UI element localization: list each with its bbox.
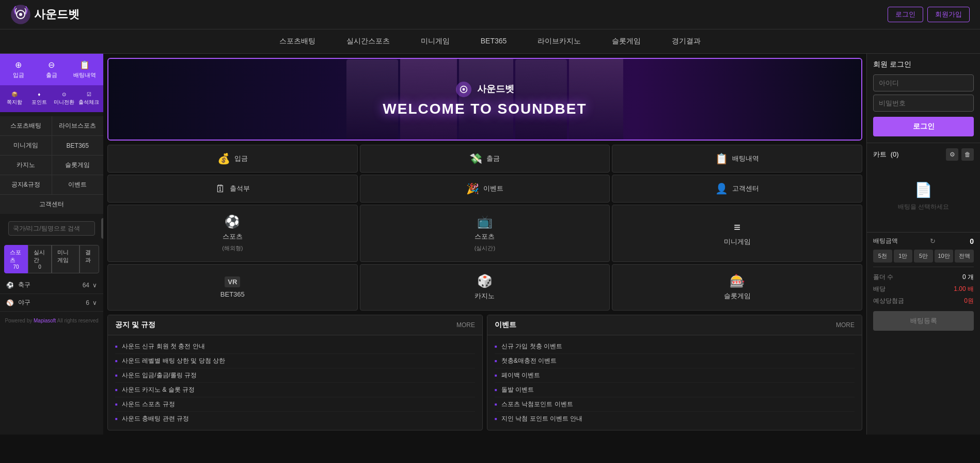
sidebar-menu-event[interactable]: 이벤트 [52, 175, 104, 194]
sidebar-menu-bet365[interactable]: BET365 [52, 136, 104, 155]
password-input[interactable] [873, 95, 974, 112]
sport-baseball[interactable]: ⚾ 야구 6 ∨ [0, 294, 103, 312]
tab-mini-label: 미니게임 [57, 249, 69, 263]
qa-deposit-label: 입금 [234, 154, 248, 163]
bet-100k-btn[interactable]: 10만 [935, 250, 954, 263]
search-input[interactable] [8, 221, 95, 236]
event-item-5[interactable]: 지인 낙첨 포인트 이벤트 안내 [495, 412, 855, 426]
login-section: 회원 로그인 로그인 [867, 54, 980, 143]
sidebar-menu-mini-game[interactable]: 미니게임 [0, 136, 52, 155]
qa-withdraw[interactable]: 💸 출금 [360, 145, 610, 173]
service-grid: ⚽ 스포츠 (해외형) 📺 스포츠 (실시간) ≡ 미니게임 VR BET365… [107, 205, 862, 311]
event-header: 이벤트 MORE [487, 315, 862, 335]
nav-live-casino[interactable]: 라이브카지노 [538, 37, 581, 46]
cart-empty-icon: 📄 [914, 181, 932, 198]
qa-attendance-label: 출석부 [230, 184, 250, 193]
bet-50k-btn[interactable]: 5만 [914, 250, 933, 263]
bet-amount-label: 배팅금액 [873, 237, 898, 245]
notice-item-4[interactable]: 사운드 스포츠 규정 [115, 397, 475, 412]
login-button[interactable]: 로그인 [888, 7, 923, 22]
bet-stats: 폴더 수 0 개 배당 1.00 배 예상당첨금 0원 [873, 267, 974, 307]
sidebar-bet-history-btn[interactable]: 📋 배팅내역 [69, 56, 101, 83]
sidebar-memo-btn[interactable]: 📦 쪽지함 [2, 87, 26, 110]
event-more[interactable]: MORE [836, 321, 855, 329]
cart-empty-text: 배팅을 선택하세요 [898, 203, 949, 211]
sports-live-label: 스포츠 [475, 232, 495, 241]
nav-sports-betting[interactable]: 스포츠배팅 [279, 37, 315, 46]
folder-value: 0 개 [962, 273, 974, 282]
qa-attendance[interactable]: 🗓 출석부 [107, 175, 358, 203]
sidebar-menu-slot[interactable]: 슬롯게임 [52, 156, 104, 175]
bet365-icon: VR [225, 276, 240, 287]
bet-amount-value: 0 [970, 237, 974, 245]
qa-event[interactable]: 🎉 이벤트 [360, 175, 610, 203]
cart-settings-btn[interactable]: ⚙ [946, 148, 958, 161]
event-item-4[interactable]: 스포츠 낙첨포인트 이벤트 [495, 397, 855, 412]
bet-all-btn[interactable]: 전액 [955, 250, 974, 263]
service-slot[interactable]: 🎰 슬롯게임 [612, 264, 862, 311]
sidebar-menu-support[interactable]: 고객센터 [0, 195, 103, 214]
refresh-icon[interactable]: ↻ [930, 237, 936, 245]
qa-support-icon: 👤 [715, 182, 728, 195]
mini-transfer-icon: ⊙ [62, 91, 66, 97]
notice-item-2[interactable]: 사운드 입금/출금/롤링 규정 [115, 368, 475, 383]
event-section: 이벤트 MORE 신규 가입 첫충 이벤트 첫충&매충전 이벤트 페이백 이벤트… [487, 315, 862, 430]
service-casino[interactable]: 🎲 카지노 [360, 264, 610, 311]
event-item-3[interactable]: 돌발 이벤트 [495, 383, 855, 397]
service-mini-game[interactable]: ≡ 미니게임 [612, 205, 862, 262]
qa-deposit[interactable]: 💰 입금 [107, 145, 358, 173]
nav-slot-game[interactable]: 슬롯게임 [612, 37, 641, 46]
sidebar-menu-notice[interactable]: 공지&규정 [0, 175, 52, 194]
tab-mini[interactable]: 미니게임 [52, 245, 80, 273]
nav-bet365[interactable]: BET365 [481, 37, 507, 46]
header: 사운드벳 로그인 회원가입 [0, 0, 980, 29]
service-sports-live[interactable]: 📺 스포츠 (실시간) [360, 205, 610, 262]
sidebar-withdraw-btn[interactable]: ⊖ 출금 [35, 56, 68, 83]
tab-live[interactable]: 실시간 0 [28, 245, 52, 273]
notice-item-0[interactable]: 사운드 신규 회원 첫 충전 안내 [115, 339, 475, 354]
notice-item-1[interactable]: 사운드 레벨별 배팅 상한 및 당첨 상한 [115, 354, 475, 368]
sidebar-deposit-btn[interactable]: ⊕ 입금 [2, 56, 35, 83]
bet-odds-row: 배당 1.00 배 [873, 283, 974, 295]
nav-mini-game[interactable]: 미니게임 [421, 37, 450, 46]
points-icon: ♦ [38, 91, 40, 97]
event-item-0[interactable]: 신규 가입 첫충 이벤트 [495, 339, 855, 354]
qa-bet-history-label: 배팅내역 [732, 154, 759, 163]
tab-results[interactable]: 결과 [80, 245, 99, 273]
signup-button[interactable]: 회원가입 [927, 7, 970, 22]
qa-support[interactable]: 👤 고객센터 [612, 175, 862, 203]
tab-results-label: 결과 [85, 249, 91, 263]
notice-item-3[interactable]: 사운드 카지노 & 슬롯 규정 [115, 383, 475, 397]
sports-overseas-icon: ⚽ [225, 214, 240, 229]
qa-bet-history[interactable]: 📋 배팅내역 [612, 145, 862, 173]
sidebar-quick-btns: ⊕ 입금 ⊖ 출금 📋 배팅내역 [0, 54, 103, 85]
notice-list: 사운드 신규 회원 첫 충전 안내 사운드 레벨별 배팅 상한 및 당첨 상한 … [108, 335, 482, 430]
sidebar-points-btn[interactable]: ♦ 포인트 [27, 87, 51, 110]
sidebar-menu-casino[interactable]: 카지노 [0, 156, 52, 175]
bet-register-button[interactable]: 배팅등록 [873, 311, 974, 331]
event-item-2[interactable]: 페이백 이벤트 [495, 368, 855, 383]
sidebar-menu-live-sports[interactable]: 라이브스포츠 [52, 116, 104, 135]
service-bet365[interactable]: VR BET365 [107, 264, 358, 311]
service-sports-overseas[interactable]: ⚽ 스포츠 (해외형) [107, 205, 358, 262]
right-login-button[interactable]: 로그인 [873, 117, 974, 136]
tab-sports-label: 스포츠 [10, 249, 21, 263]
sidebar-attendance-btn[interactable]: ☑ 출석체크 [77, 87, 101, 110]
event-item-1[interactable]: 첫충&매충전 이벤트 [495, 354, 855, 368]
notice-item-5[interactable]: 사운드 충배팅 관련 규정 [115, 412, 475, 426]
bet-5k-btn[interactable]: 5천 [873, 250, 892, 263]
nav-live-sports[interactable]: 실시간스포츠 [346, 37, 390, 46]
bet-10k-btn[interactable]: 1만 [894, 250, 913, 263]
cart-delete-btn[interactable]: 🗑 [961, 148, 974, 161]
sport-soccer[interactable]: ⚽ 축구 64 ∨ [0, 276, 103, 294]
qa-bet-history-icon: 📋 [715, 152, 728, 165]
banner-logo: 사운드벳 [383, 81, 587, 98]
sidebar-menu: 스포츠배팅 라이브스포츠 미니게임 BET365 카지노 슬롯게임 공지&규정 … [0, 116, 103, 214]
notice-more[interactable]: MORE [456, 321, 475, 329]
sidebar-mini-transfer-btn[interactable]: ⊙ 미니전환 [52, 87, 76, 110]
soccer-label: 축구 [18, 281, 30, 289]
tab-sports[interactable]: 스포츠 70 [4, 245, 28, 273]
id-input[interactable] [873, 74, 974, 91]
nav-results[interactable]: 경기결과 [672, 37, 701, 46]
sidebar-menu-sports-betting[interactable]: 스포츠배팅 [0, 116, 52, 135]
